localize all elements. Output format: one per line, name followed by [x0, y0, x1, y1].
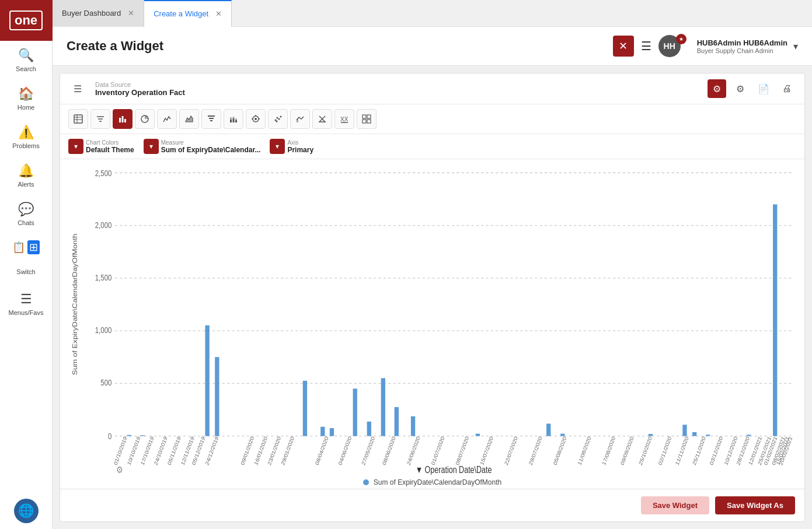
- sidebar-item-menus[interactable]: ☰ Menus/Favs: [0, 285, 52, 323]
- save-widget-as-button[interactable]: Save Widget As: [715, 496, 795, 514]
- chart-type-line[interactable]: [157, 109, 177, 129]
- measure-label: Measure: [161, 139, 261, 146]
- axis-label: Axis: [287, 139, 313, 146]
- svg-text:0: 0: [108, 432, 111, 442]
- axis-btn[interactable]: ▾: [270, 139, 285, 154]
- bar-13: [546, 423, 550, 436]
- menus-icon: ☰: [20, 292, 32, 307]
- axis-dropdown[interactable]: ▾ Axis Primary: [270, 139, 313, 154]
- tab-buyer-dashboard-close[interactable]: ✕: [128, 9, 134, 17]
- chart-colors-info: Chart Colors Default Theme: [86, 139, 134, 154]
- measure-value: Sum of ExpiryDate\Calendar...: [161, 146, 261, 154]
- measure-dropdown[interactable]: ▾ Measure Sum of ExpiryDate\Calendar...: [144, 139, 261, 154]
- list-icon-btn[interactable]: ☰: [68, 79, 87, 98]
- svg-text:17/08/2020: 17/08/2020: [601, 435, 616, 466]
- data-source-label: Data Source: [95, 81, 185, 88]
- chart-type-stacked[interactable]: [224, 109, 243, 129]
- chart-colors-btn[interactable]: ▾: [68, 139, 83, 154]
- chart-type-pie[interactable]: [135, 109, 155, 129]
- tab-buyer-dashboard[interactable]: Buyer Dashboard ✕: [53, 0, 144, 27]
- svg-text:1,000: 1,000: [95, 325, 112, 335]
- settings-btn[interactable]: ⚙: [731, 79, 750, 98]
- chart-type-xaxis[interactable]: [312, 109, 332, 129]
- sidebar-item-home[interactable]: 🏠 Home: [0, 79, 52, 118]
- chart-type-bar[interactable]: [113, 109, 133, 129]
- close-button[interactable]: ✕: [613, 36, 634, 57]
- svg-text:05/08/2020: 05/08/2020: [552, 435, 567, 466]
- legend-dot: [363, 479, 369, 485]
- user-dropdown-arrow[interactable]: ▾: [793, 41, 798, 52]
- chart-type-combo[interactable]: [290, 109, 310, 129]
- svg-point-29: [280, 116, 282, 118]
- chart-type-scatter[interactable]: [268, 109, 288, 129]
- bell-icon: 🔔: [18, 163, 34, 178]
- svg-rect-17: [233, 118, 235, 122]
- header-actions: ✕ ☰ HH ★ HUB6Admin HUB6Admin Buyer Suppl…: [613, 35, 798, 57]
- chart-type-grid[interactable]: [357, 109, 377, 129]
- tab-create-widget[interactable]: Create a Widget ✕: [144, 0, 232, 27]
- bar-16: [682, 425, 686, 436]
- svg-text:500: 500: [100, 378, 111, 388]
- chart-svg-wrap: .grid-line { stroke: #ccc; stroke-width:…: [66, 165, 799, 475]
- star-badge: ★: [676, 34, 686, 44]
- tab-create-widget-close[interactable]: ✕: [215, 9, 222, 18]
- chart-type-table[interactable]: [68, 109, 88, 129]
- svg-rect-37: [363, 115, 366, 118]
- sidebar-item-chats[interactable]: 💬 Chats: [0, 195, 52, 233]
- filter-settings-btn[interactable]: ⚙: [708, 79, 726, 98]
- user-role: Buyer Supply Chain Admin: [697, 47, 787, 54]
- bar-0: [127, 435, 131, 436]
- search-icon: 🔍: [18, 48, 34, 63]
- page-header: Create a Widget ✕ ☰ HH ★ HUB6Admin HUB6A…: [53, 27, 812, 66]
- svg-text:23/01/2020: 23/01/2020: [266, 435, 281, 466]
- chart-type-funnel[interactable]: [201, 109, 221, 129]
- measure-btn[interactable]: ▾: [144, 139, 159, 154]
- svg-text:2,000: 2,000: [95, 220, 112, 230]
- user-name: HUB6Admin HUB6Admin: [697, 38, 787, 47]
- widget-footer: Save Widget Save Widget As: [60, 489, 804, 521]
- chart-type-area[interactable]: [179, 109, 199, 129]
- svg-point-30: [276, 121, 278, 122]
- save-widget-button[interactable]: Save Widget: [641, 496, 709, 514]
- widget-toolbar: ☰ Data Source Inventory Operation Fact ⚙…: [60, 73, 804, 104]
- warning-icon: ⚠️: [18, 125, 34, 140]
- sidebar-item-alerts[interactable]: 🔔 Alerts: [0, 156, 52, 195]
- svg-text:22/07/2020: 22/07/2020: [503, 435, 518, 466]
- chart-type-radial[interactable]: [246, 109, 266, 129]
- chart-colors-dropdown[interactable]: ▾ Chart Colors Default Theme: [68, 139, 134, 154]
- chart-type-filter[interactable]: [90, 109, 110, 129]
- chart-type-xx[interactable]: XX: [334, 109, 354, 129]
- chart-colors-label: Chart Colors: [86, 139, 134, 146]
- chart-svg: .grid-line { stroke: #ccc; stroke-width:…: [66, 165, 799, 475]
- svg-rect-20: [235, 118, 237, 120]
- print-btn[interactable]: 🖨: [778, 79, 796, 98]
- axis-info: Axis Primary: [287, 139, 313, 154]
- copy-btn[interactable]: 📄: [754, 79, 773, 98]
- hamburger-icon[interactable]: ☰: [641, 39, 651, 53]
- sidebar-item-switch[interactable]: 📋 ⊞: [0, 233, 52, 261]
- options-row: ▾ Chart Colors Default Theme ▾ Measure S…: [60, 134, 804, 159]
- svg-text:25/11/2020: 25/11/2020: [691, 435, 706, 466]
- user-info: HUB6Admin HUB6Admin Buyer Supply Chain A…: [697, 38, 787, 54]
- legend-label: Sum of ExpiryDate\CalendarDayOfMonth: [374, 478, 501, 486]
- svg-text:08/06/2020: 08/06/2020: [381, 435, 396, 466]
- svg-text:10/10/2019: 10/10/2019: [126, 435, 141, 466]
- bar-2: [205, 325, 209, 436]
- sidebar: one 🔍 Search 🏠 Home ⚠️ Problems 🔔 Alerts…: [0, 0, 53, 529]
- globe-button[interactable]: 🌐: [14, 499, 39, 523]
- svg-point-28: [278, 118, 280, 120]
- svg-rect-8: [122, 116, 124, 122]
- user-area[interactable]: HH ★ HUB6Admin HUB6Admin Buyer Supply Ch…: [658, 35, 798, 57]
- svg-text:⚙: ⚙: [116, 465, 123, 475]
- bar-1: [141, 435, 145, 436]
- widget-toolbar-left: ☰ Data Source Inventory Operation Fact: [68, 79, 185, 98]
- chart-toolbar: XX: [60, 104, 804, 134]
- app-logo[interactable]: one: [0, 0, 53, 41]
- tab-bar: Buyer Dashboard ✕ Create a Widget ✕: [53, 0, 812, 27]
- svg-text:15/07/2020: 15/07/2020: [479, 435, 494, 466]
- sidebar-item-search[interactable]: 🔍 Search: [0, 41, 52, 79]
- sidebar-item-problems[interactable]: ⚠️ Problems: [0, 118, 52, 156]
- svg-rect-19: [235, 120, 237, 122]
- svg-text:17/10/2019: 17/10/2019: [140, 435, 155, 466]
- svg-rect-38: [367, 115, 371, 118]
